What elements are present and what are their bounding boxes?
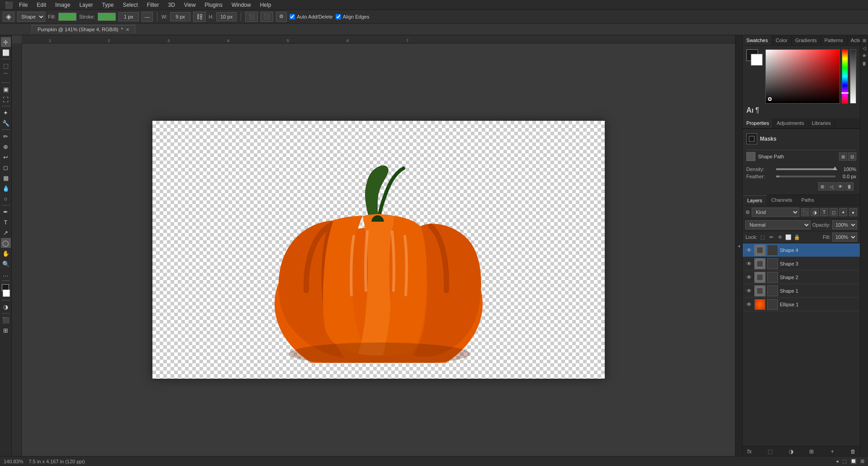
canvas-area[interactable]: 1 2 3 4 5 6 7 [12, 35, 735, 456]
layer-item[interactable]: 👁 Shape 4 [743, 243, 860, 257]
paragraph-icon[interactable]: ¶ [755, 106, 759, 114]
stroke-width-input[interactable] [119, 12, 139, 21]
shape-select[interactable]: Shape Path Pixels [17, 12, 45, 22]
status-icon-1[interactable]: ◂ [836, 458, 839, 464]
menu-select[interactable]: Select [119, 1, 141, 9]
layer-item[interactable]: 👁 Shape 1 [743, 284, 860, 298]
menu-filter[interactable]: Filter [143, 1, 163, 9]
prop-icon-3[interactable]: 👁 [836, 182, 844, 190]
menu-view[interactable]: View [180, 1, 199, 9]
canvas[interactable] [152, 121, 605, 379]
panel-toggle[interactable]: ◂ [735, 35, 742, 456]
lock-move-btn[interactable]: ✛ [776, 233, 783, 241]
tab-gradients[interactable]: Gradients [792, 35, 821, 45]
feather-slider[interactable] [776, 176, 835, 177]
filter-shape-btn[interactable]: ◻ [830, 208, 838, 216]
blur-tool[interactable]: 💧 [1, 183, 11, 193]
layer-mask-btn[interactable]: ⬚ [766, 447, 774, 456]
menu-window[interactable]: Window [228, 1, 255, 9]
hue-strip[interactable] [842, 49, 848, 104]
artboard-btn[interactable]: ⊞ [1, 325, 11, 335]
filter-toggle-btn[interactable]: ● [849, 208, 857, 216]
background-color[interactable] [3, 290, 10, 297]
tool-icon-btn[interactable]: ◈ [3, 12, 14, 22]
tab-layers[interactable]: Layers [743, 195, 767, 205]
path-select-tool[interactable]: ↗ [1, 228, 11, 238]
blend-mode-select[interactable]: Normal Multiply Screen Overlay [745, 220, 811, 229]
tab-actions[interactable]: Actions [847, 35, 860, 45]
eraser-tool[interactable]: ◻ [1, 162, 11, 172]
tab-channels[interactable]: Channels [767, 195, 797, 205]
object-select-tool[interactable]: ▣ [1, 84, 11, 94]
move-tool[interactable]: ✛ [1, 37, 11, 47]
zoom-tool[interactable]: 🔍 [1, 259, 11, 269]
dodge-tool[interactable]: ○ [1, 194, 11, 204]
history-brush-tool[interactable]: ↩ [1, 152, 11, 162]
tab-libraries[interactable]: Libraries [808, 118, 835, 128]
shape-tool[interactable]: ◯ [1, 238, 11, 248]
menu-image[interactable]: Image [52, 1, 74, 9]
align-edges-check[interactable]: Align Edges [336, 14, 370, 19]
layer-item[interactable]: 👁 Ellipse 1 [743, 298, 860, 311]
prop-icon-4[interactable]: 🗑 [845, 182, 854, 190]
shape-path-btn-1[interactable]: ⊞ [839, 152, 847, 161]
arrange-btn[interactable]: ⚙ [276, 12, 287, 22]
screen-mode-btn[interactable]: ⬛ [1, 315, 11, 325]
layer-item[interactable]: 👁 Shape 2 [743, 271, 860, 284]
document-tab[interactable]: Pumpkin @ 141% (Shape 4, RGB/8) * ✕ [32, 25, 135, 33]
fill-color[interactable] [58, 13, 76, 21]
menu-edit[interactable]: Edit [33, 1, 50, 9]
clone-tool[interactable]: ⊕ [1, 142, 11, 152]
layer-group-btn[interactable]: ⊞ [807, 447, 816, 456]
brush-tool[interactable]: ✏ [1, 131, 11, 141]
layer-delete-btn[interactable]: 🗑 [849, 447, 857, 456]
hand-tool[interactable]: ✋ [1, 248, 11, 258]
extra-tool[interactable]: … [1, 269, 11, 279]
ai-icon[interactable]: Aı [746, 106, 754, 114]
tab-adjustments[interactable]: Adjustments [773, 118, 808, 128]
menu-plugins[interactable]: Plugins [201, 1, 226, 9]
tab-paths[interactable]: Paths [797, 195, 819, 205]
status-icon-3[interactable]: 🔲 [850, 458, 857, 464]
marquee-tool[interactable]: ⬚ [1, 61, 11, 71]
layer-visibility-5[interactable]: 👁 [745, 301, 753, 308]
tab-properties[interactable]: Properties [743, 118, 773, 128]
crop-tool[interactable]: ⛶ [1, 95, 11, 105]
layer-visibility-2[interactable]: 👁 [745, 260, 753, 267]
fill-select[interactable]: 100% [832, 233, 857, 242]
menu-help[interactable]: Help [256, 1, 275, 9]
layer-fx-btn[interactable]: fx [745, 447, 754, 456]
layer-visibility-3[interactable]: 👁 [745, 274, 753, 281]
tab-patterns[interactable]: Patterns [821, 35, 847, 45]
menu-3d[interactable]: 3D [164, 1, 178, 9]
lasso-tool[interactable]: ⌒ [1, 71, 11, 81]
menu-layer[interactable]: Layer [76, 1, 96, 9]
opacity-select[interactable]: 100% [832, 220, 857, 229]
align-edges-checkbox[interactable] [336, 14, 341, 19]
text-tool[interactable]: T [1, 217, 11, 227]
stroke-color[interactable] [98, 13, 116, 21]
layer-visibility-1[interactable]: 👁 [745, 247, 753, 254]
vert-btn-4[interactable]: 🗑 [861, 60, 868, 67]
status-icon-4[interactable]: ⊞ [860, 458, 864, 464]
artboard-tool[interactable]: ⬜ [1, 48, 11, 57]
spot-heal-tool[interactable]: 🔧 [1, 118, 11, 128]
shape-path-btn-2[interactable]: ⊟ [848, 152, 856, 161]
bg-preview[interactable] [751, 54, 763, 66]
prop-icon-1[interactable]: ⊞ [818, 182, 826, 190]
lock-pixel-btn[interactable]: ⬚ [759, 233, 766, 241]
quick-mask-btn[interactable]: ◑ [1, 302, 11, 312]
opacity-strip[interactable] [850, 49, 856, 104]
gradient-tool[interactable]: ▦ [1, 173, 11, 183]
vert-btn-2[interactable]: ◁ [861, 45, 868, 51]
filter-smart-btn[interactable]: ✦ [839, 208, 847, 216]
lock-draw-btn[interactable]: ✏ [768, 233, 775, 241]
height-input[interactable] [216, 12, 237, 21]
stroke-type-btn[interactable]: — [142, 12, 153, 22]
eyedropper-tool[interactable]: ✦ [1, 108, 11, 118]
menu-type[interactable]: Type [98, 1, 117, 9]
link-wh-btn[interactable]: ⛓ [193, 12, 206, 22]
pen-tool[interactable]: ✒ [1, 207, 11, 217]
layer-item[interactable]: 👁 Shape 3 [743, 257, 860, 271]
vert-btn-3[interactable]: 👁 [861, 52, 868, 59]
